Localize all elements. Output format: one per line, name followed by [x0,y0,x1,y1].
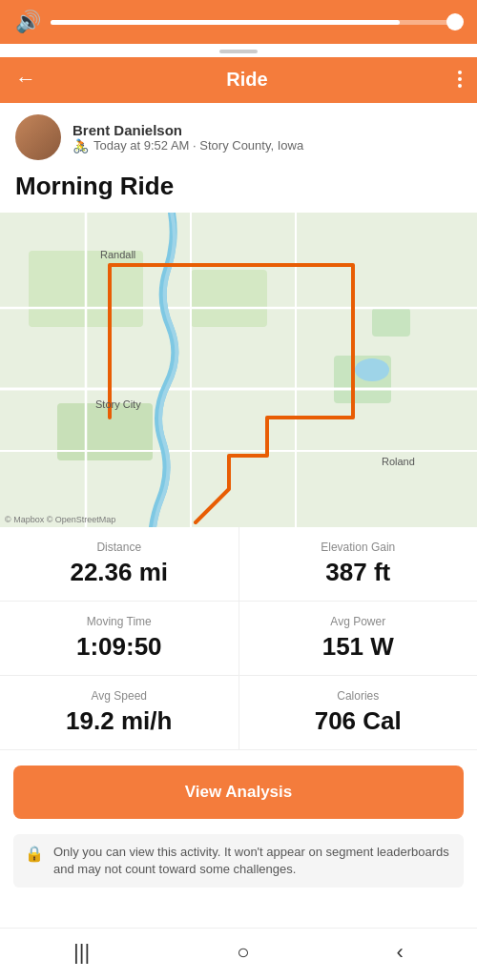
stat-elevation-label: Elevation Gain [259,541,459,554]
stat-calories-label: Calories [259,689,459,703]
view-analysis-button[interactable]: View Analysis [13,766,464,819]
svg-text:Roland: Roland [382,456,415,467]
stat-moving-time-value: 1:09:50 [19,632,219,662]
stat-elevation: Elevation Gain 387 ft [239,527,478,601]
avatar[interactable] [15,114,61,160]
menu-button[interactable] [458,71,462,88]
menu-dot-2 [458,77,462,81]
stats-row-2: Moving Time 1:09:50 Avg Power 151 W [0,602,477,676]
menu-dot-1 [458,71,462,74]
stat-distance: Distance 22.36 mi [0,527,239,601]
drag-handle-bar [219,50,258,53]
drag-handle [0,44,477,57]
stats-container: Distance 22.36 mi Elevation Gain 387 ft … [0,527,477,750]
svg-text:© Mapbox © OpenStreetMap: © Mapbox © OpenStreetMap [5,515,115,524]
user-name: Brent Danielson [73,122,303,138]
menu-dot-3 [458,84,462,88]
back-button[interactable]: ← [15,67,36,92]
user-meta: 🚴 Today at 9:52 AM · Story County, Iowa [73,138,303,153]
svg-rect-5 [372,308,410,337]
stat-avg-power-label: Avg Power [259,615,459,628]
stats-row-3: Avg Speed 19.2 mi/h Calories 706 Cal [0,676,477,750]
bottom-nav: ||| ○ ‹ [0,928,477,980]
map-container[interactable]: Randall Story City Roland © Mapbox © Ope… [0,213,477,527]
volume-icon: 🔊 [15,10,41,34]
volume-thumb [446,13,464,31]
stat-moving-time-label: Moving Time [19,615,219,628]
page-title: Ride [226,69,267,91]
nav-menu-icon[interactable]: ||| [73,940,90,965]
svg-text:Story City: Story City [95,398,141,410]
stats-row-1: Distance 22.36 mi Elevation Gain 387 ft [0,527,477,602]
header: ← Ride [0,57,477,103]
svg-rect-2 [191,270,267,327]
lock-icon: 🔒 [25,845,44,863]
stat-avg-power: Avg Power 151 W [239,602,478,675]
stat-distance-label: Distance [19,541,219,554]
bike-icon: 🚴 [73,138,89,153]
privacy-text: Only you can view this activity. It won'… [53,844,452,878]
avatar-image [15,114,61,160]
user-details: Brent Danielson 🚴 Today at 9:52 AM · Sto… [73,122,303,153]
stat-calories-value: 706 Cal [259,706,459,736]
map-svg: Randall Story City Roland © Mapbox © Ope… [0,213,477,527]
stat-avg-power-value: 151 W [259,632,459,662]
volume-bar: 🔊 [0,0,477,44]
nav-home-icon[interactable]: ○ [237,940,249,965]
user-meta-text: Today at 9:52 AM · Story County, Iowa [93,138,303,153]
svg-text:Randall: Randall [100,249,135,260]
privacy-notice: 🔒 Only you can view this activity. It wo… [13,834,464,888]
stat-avg-speed: Avg Speed 19.2 mi/h [0,676,239,749]
stat-calories: Calories 706 Cal [239,676,478,749]
volume-fill [51,20,400,25]
nav-back-icon[interactable]: ‹ [397,940,404,965]
stat-distance-value: 22.36 mi [19,558,219,587]
stat-elevation-value: 387 ft [259,558,459,587]
svg-point-12 [355,358,389,381]
user-info: Brent Danielson 🚴 Today at 9:52 AM · Sto… [0,103,477,168]
stat-avg-speed-label: Avg Speed [19,689,219,703]
stat-moving-time: Moving Time 1:09:50 [0,602,239,675]
volume-track[interactable] [51,20,462,25]
stat-avg-speed-value: 19.2 mi/h [19,706,219,736]
activity-title: Morning Ride [0,168,477,213]
